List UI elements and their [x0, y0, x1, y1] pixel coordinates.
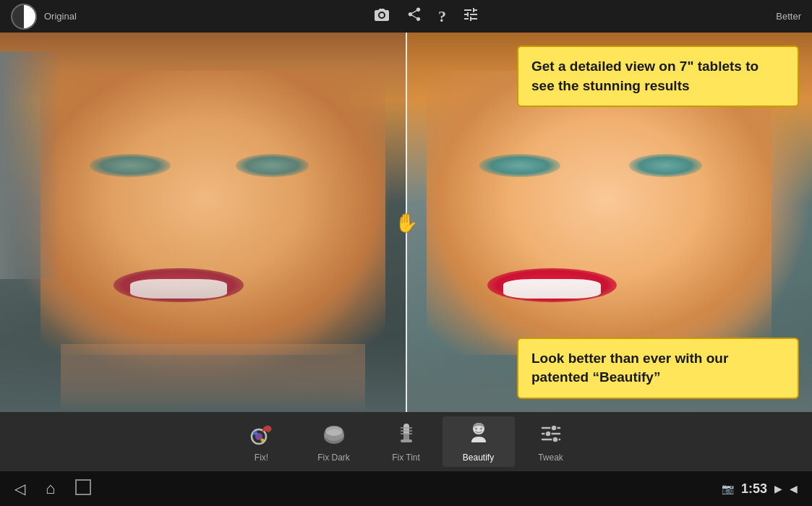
top-bar: Original ? Better — [0, 0, 812, 33]
wifi-icon: ▶ — [774, 483, 782, 494]
toolbar-label-fix-tint: Fix Tint — [392, 453, 420, 463]
back-button[interactable]: ◁ — [14, 479, 25, 498]
home-button[interactable]: ⌂ — [46, 479, 55, 498]
toolbar-item-beautify[interactable]: Beautify — [443, 416, 515, 467]
help-icon[interactable]: ? — [438, 7, 446, 26]
label-original: Original — [44, 11, 77, 22]
time-display: 1:53 — [741, 481, 767, 497]
toolbar-item-tweak[interactable]: Tweak — [515, 416, 587, 467]
svg-point-6 — [325, 426, 343, 436]
image-left-original — [0, 33, 406, 412]
tweak-icon — [538, 421, 564, 450]
svg-point-15 — [480, 428, 482, 430]
toolbar-label-fix: Fix! — [255, 453, 268, 463]
tooltip-tablet-view: Get a detailed view on 7" tablets to see… — [517, 46, 799, 107]
share-icon[interactable] — [406, 7, 422, 26]
signal-icon: ◀ — [790, 483, 798, 494]
top-icons: ? — [373, 6, 479, 27]
tooltip-top-text: Get a detailed view on 7" tablets to see… — [531, 57, 785, 95]
fix-dark-icon — [321, 421, 347, 450]
fix-tint-icon — [393, 421, 419, 450]
fix-icon — [249, 421, 275, 450]
app-logo — [11, 4, 37, 30]
svg-point-3 — [260, 439, 264, 442]
svg-rect-8 — [403, 434, 409, 439]
tooltip-beautify: Look better than ever with our patented … — [517, 338, 799, 399]
svg-point-14 — [475, 428, 477, 430]
image-comparison[interactable]: ✋ Get a detailed view on 7" tablets to s… — [0, 33, 812, 412]
tooltip-bottom-text: Look better than ever with our patented … — [531, 349, 785, 387]
svg-point-21 — [552, 437, 558, 442]
svg-point-19 — [551, 425, 557, 431]
toolbar-item-fix[interactable]: Fix! — [226, 416, 298, 467]
android-nav-bar: ◁ ⌂ 📷 1:53 ▶ ◀ — [0, 471, 812, 506]
main-toolbar: Fix! Fix Dark Fix Tint — [0, 412, 812, 471]
svg-rect-9 — [401, 439, 412, 442]
camera-icon[interactable] — [373, 7, 390, 25]
toolbar-label-beautify: Beautify — [463, 453, 494, 463]
recents-button[interactable] — [75, 479, 91, 495]
beautify-icon — [466, 421, 492, 450]
divider-handle[interactable]: ✋ — [395, 211, 418, 233]
toolbar-item-fix-tint[interactable]: Fix Tint — [370, 416, 443, 467]
svg-point-2 — [253, 431, 257, 435]
adjust-icon[interactable] — [462, 6, 479, 27]
label-better: Better — [776, 11, 801, 22]
svg-point-20 — [545, 431, 551, 437]
toolbar-label-tweak: Tweak — [538, 453, 563, 463]
toolbar-item-fix-dark[interactable]: Fix Dark — [298, 416, 370, 467]
camera-status-icon: 📷 — [722, 483, 734, 494]
toolbar-label-fix-dark: Fix Dark — [317, 453, 350, 463]
